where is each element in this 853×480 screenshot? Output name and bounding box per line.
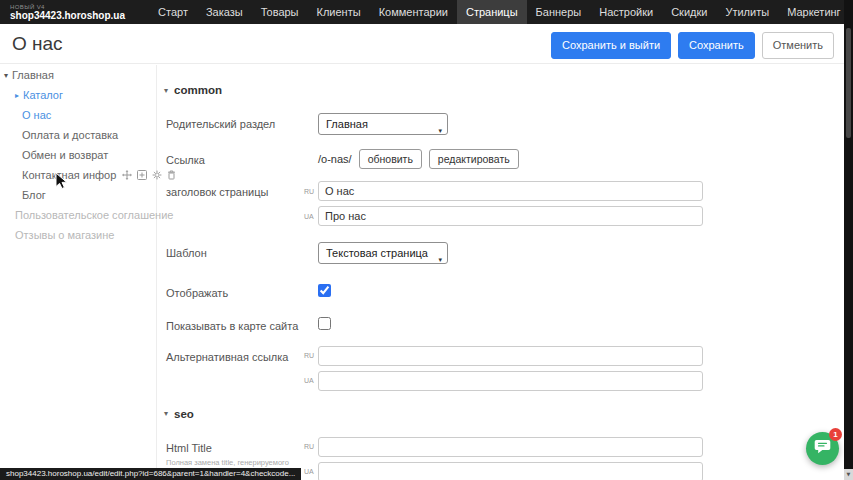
select-value: Текстовая страница <box>326 247 428 259</box>
sitemap-row: Показывать в карте сайта <box>164 315 844 334</box>
html-title-ru-input[interactable] <box>318 437 703 457</box>
menu-item-banners[interactable]: Баннеры <box>527 0 591 24</box>
field-label: Html Title Полная замена title, генериру… <box>164 437 304 468</box>
chevron-right-icon[interactable]: ▸ <box>15 91 19 100</box>
template-row: Шаблон Текстовая страница ▾ <box>164 242 844 264</box>
tree-item-exchange-return[interactable]: Обмен и возврат <box>0 145 156 165</box>
field-label: Отображать <box>164 282 304 301</box>
lang-ua-label: UA <box>304 468 315 475</box>
field-label: Показывать в карте сайта <box>164 315 304 334</box>
field-label: Шаблон <box>164 242 304 261</box>
chevron-down-icon[interactable]: ▾ <box>164 86 168 95</box>
save-button[interactable]: Сохранить <box>678 32 755 59</box>
page-title-ua-input[interactable] <box>318 206 703 226</box>
tree-item-store-reviews[interactable]: Отзывы о магазине <box>0 225 156 245</box>
save-and-exit-button[interactable]: Сохранить и выйти <box>551 32 671 59</box>
move-icon[interactable] <box>122 170 132 180</box>
topbar: НОВЫЙ V4 shop34423.horoshop.ua Старт Зак… <box>0 0 853 24</box>
html-title-ua-input[interactable] <box>318 462 703 480</box>
section-seo[interactable]: ▾ seo <box>164 407 844 421</box>
logo-version-tag: НОВЫЙ V4 <box>10 4 125 10</box>
chat-unread-badge: 1 <box>829 428 842 441</box>
tree-item-about-selected[interactable]: О нас <box>0 105 156 125</box>
page-url-value: /o-nas/ <box>318 149 352 169</box>
tree-item-label: О нас <box>22 109 51 121</box>
lang-ru-label: RU <box>304 188 315 195</box>
main-menu: Старт Заказы Товары Клиенты Комментарии … <box>149 0 853 24</box>
tree-item-home[interactable]: ▾ Главная <box>0 65 156 85</box>
alt-link-ua-input[interactable] <box>318 371 703 391</box>
menu-item-comments[interactable]: Комментарии <box>370 0 457 24</box>
field-label: Альтернативная ссылка <box>164 346 304 365</box>
tree-item-label: Главная <box>12 69 54 81</box>
tree-item-label: Пользовательское соглашение <box>15 209 173 221</box>
tree-item-catalog[interactable]: ▸ Каталог <box>0 85 156 105</box>
menu-item-pages[interactable]: Страницы <box>457 0 527 24</box>
alt-link-row: Альтернативная ссылка RU UA <box>164 346 844 391</box>
select-value: Главная <box>326 118 368 130</box>
header-buttons: Сохранить и выйти Сохранить Отменить <box>551 32 834 59</box>
section-common[interactable]: ▾ common <box>164 83 844 97</box>
scrollbar-thumb[interactable] <box>846 28 851 138</box>
parent-section-select[interactable]: Главная ▾ <box>318 113 448 135</box>
menu-item-settings[interactable]: Настройки <box>590 0 662 24</box>
browser-status-url: shop34423.horoshop.ua/edit/edit.php?id=6… <box>0 468 301 480</box>
menu-item-products[interactable]: Товары <box>252 0 308 24</box>
page-header: О нас Сохранить и выйти Сохранить Отмени… <box>0 24 844 64</box>
lang-ua-label: UA <box>304 377 315 384</box>
down-arrow-icon: ▼ <box>847 472 851 477</box>
page-title: О нас <box>12 33 63 55</box>
display-checkbox[interactable] <box>318 284 331 297</box>
menu-item-clients[interactable]: Клиенты <box>308 0 370 24</box>
tree-item-hover-actions <box>122 170 176 180</box>
chevron-down-icon: ▾ <box>438 250 442 264</box>
menu-item-utilities[interactable]: Утилиты <box>716 0 778 24</box>
menu-item-start[interactable]: Старт <box>149 0 197 24</box>
lang-ua-label: UA <box>304 213 315 220</box>
field-label: Ссылка <box>164 149 304 168</box>
tree-item-label: Каталог <box>23 89 63 101</box>
display-row: Отображать <box>164 282 844 301</box>
tree-item-label: Обмен и возврат <box>22 149 108 161</box>
lang-ru-label: RU <box>304 352 315 359</box>
page-title-row: заголовок страницы RU UA <box>164 181 844 226</box>
field-label-text: Html Title <box>166 442 212 454</box>
add-page-icon[interactable] <box>137 170 147 180</box>
field-label: Родительский раздел <box>164 113 304 132</box>
parent-section-row: Родительский раздел Главная ▾ <box>164 113 844 135</box>
menu-item-orders[interactable]: Заказы <box>197 0 252 24</box>
logo[interactable]: НОВЫЙ V4 shop34423.horoshop.ua <box>10 4 125 21</box>
edit-url-button[interactable]: редактировать <box>429 149 519 169</box>
shop-domain: shop34423.horoshop.ua <box>10 11 125 21</box>
sitemap-checkbox[interactable] <box>318 317 331 330</box>
lang-ru-label: RU <box>304 443 315 450</box>
template-select[interactable]: Текстовая страница ▾ <box>318 242 448 264</box>
delete-trash-icon[interactable] <box>167 170 176 180</box>
chat-icon <box>814 439 831 459</box>
section-title: seo <box>174 408 194 420</box>
tree-item-label: Оплата и доставка <box>22 129 118 141</box>
tree-item-payment-delivery[interactable]: Оплата и доставка <box>0 125 156 145</box>
chat-widget-button[interactable]: 1 <box>806 432 839 465</box>
cancel-button[interactable]: Отменить <box>762 32 834 59</box>
tree-item-blog[interactable]: Блог <box>0 185 156 205</box>
refresh-url-button[interactable]: обновить <box>359 149 422 169</box>
chevron-down-icon: ▾ <box>438 121 442 135</box>
tree-item-user-agreement[interactable]: Пользовательское соглашение <box>0 205 156 225</box>
alt-link-ru-input[interactable] <box>318 346 703 366</box>
page-title-ru-input[interactable] <box>318 181 703 201</box>
chevron-down-icon[interactable]: ▾ <box>164 409 168 418</box>
settings-gear-icon[interactable] <box>152 170 162 180</box>
tree-item-label: Блог <box>22 189 46 201</box>
menu-item-marketing[interactable]: Маркетинг <box>778 0 849 24</box>
browser-scrollbar-track[interactable]: ▼ <box>844 0 853 480</box>
pages-tree-sidebar: ▾ Главная ▸ Каталог О нас Оплата и доста… <box>0 65 157 480</box>
field-label: заголовок страницы <box>164 181 304 200</box>
tree-item-label: Отзывы о магазине <box>15 229 114 241</box>
chevron-down-icon[interactable]: ▾ <box>4 71 8 80</box>
url-row: Ссылка /o-nas/ обновить редактировать <box>164 149 844 169</box>
field-hint: Полная замена title, генерируемого <box>166 458 304 467</box>
menu-item-discounts[interactable]: Скидки <box>662 0 716 24</box>
scrollbar-down-button[interactable]: ▼ <box>844 469 853 480</box>
tree-item-contact-info[interactable]: Контактная инфор <box>0 165 156 185</box>
